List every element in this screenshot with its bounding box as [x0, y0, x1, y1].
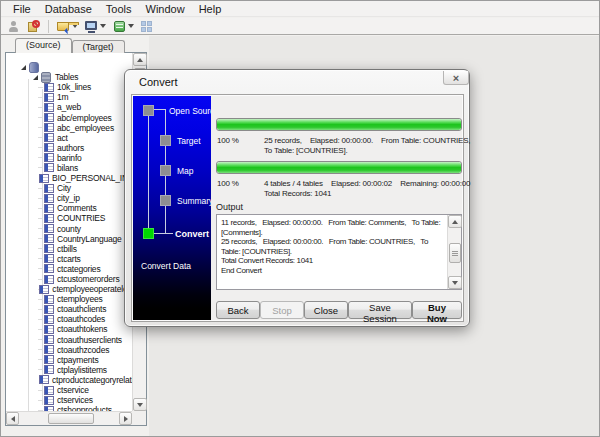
scroll-down-button[interactable] — [133, 398, 147, 411]
tree-stub-line — [38, 309, 43, 310]
step-summary: Summary — [133, 194, 211, 208]
tree-tables-node[interactable]: Tables — [7, 72, 132, 82]
output-scrollbar[interactable] — [447, 215, 461, 289]
open-source-button[interactable] — [55, 19, 80, 34]
table-tree-item[interactable]: county — [7, 224, 132, 234]
tree-horizontal-scrollbar[interactable] — [6, 411, 132, 425]
table-tree-item[interactable]: barinfo — [7, 153, 132, 163]
tree-stub-line — [38, 107, 43, 108]
back-button[interactable]: Back — [216, 301, 260, 319]
table-tree-item[interactable]: ctservice — [7, 385, 132, 395]
table-tree-item[interactable]: City — [7, 183, 132, 193]
table-tree-item[interactable]: 1m — [7, 92, 132, 102]
table-tree-item[interactable]: ctoauthzcodes — [7, 345, 132, 355]
tab-target[interactable]: (Target) — [72, 40, 125, 53]
scrollbar-thumb[interactable] — [449, 243, 461, 263]
expand-arrow-icon[interactable] — [33, 75, 38, 80]
menu-item[interactable]: File — [6, 2, 38, 16]
open-target-button[interactable] — [83, 19, 108, 34]
tree-stub-line — [38, 268, 43, 269]
connect-user-button[interactable] — [5, 19, 22, 34]
source-target-tabs: (Source) (Target) — [15, 38, 125, 53]
table-icon — [44, 264, 54, 273]
close-button[interactable]: Close — [304, 301, 348, 319]
table-icon — [44, 224, 54, 233]
disconnect-button[interactable] — [25, 19, 42, 34]
table-icon — [44, 184, 54, 193]
tree-stub-line — [38, 349, 43, 350]
tree-stub-line — [38, 117, 43, 118]
table-icon — [44, 103, 54, 112]
table-tree-item[interactable]: ctoauthclients — [7, 304, 132, 314]
table-tree-item[interactable]: ctoauthtokens — [7, 324, 132, 334]
menu-item[interactable]: Database — [38, 2, 99, 16]
table-icon — [44, 325, 54, 334]
table-tree-item[interactable]: abc/employees — [7, 112, 132, 122]
tree-stub-line — [38, 258, 43, 259]
table-tree-item[interactable]: ctproductcategoryrelation — [7, 375, 132, 385]
table-tree-item[interactable]: ctemployeeoperatelog — [7, 284, 132, 294]
table-tree-item[interactable]: ctshopproducts — [7, 405, 132, 411]
grid-icon — [141, 20, 154, 33]
tree-stub-line — [38, 359, 43, 360]
menu-item[interactable]: Window — [139, 2, 192, 16]
table-tree-item[interactable]: Comments — [7, 203, 132, 213]
scroll-left-button[interactable] — [6, 412, 19, 425]
convert-button[interactable] — [111, 19, 136, 34]
tables-folder-icon — [41, 72, 51, 83]
tab-source[interactable]: (Source) — [15, 38, 72, 53]
tree-stub-line — [38, 147, 43, 148]
table-icon — [44, 335, 54, 344]
table-tree-item[interactable]: bilans — [7, 163, 132, 173]
menu-item[interactable]: Tools — [99, 2, 139, 16]
output-label: Output — [216, 202, 243, 212]
table-tree-item[interactable]: a_web — [7, 102, 132, 112]
table-icon — [44, 396, 54, 405]
table-tree-item[interactable]: ctoauthcodes — [7, 314, 132, 324]
menu-item[interactable]: Help — [192, 2, 229, 16]
scroll-up-button[interactable] — [448, 215, 462, 228]
scroll-down-button[interactable] — [448, 276, 462, 289]
table-icon — [44, 143, 54, 152]
table-tree-item[interactable]: ctpayments — [7, 355, 132, 365]
table-icon — [44, 163, 54, 172]
grid-view-button[interactable] — [139, 19, 156, 34]
table-tree-item[interactable]: COUNTRIES — [7, 213, 132, 223]
table-tree-item[interactable]: ctcarts — [7, 254, 132, 264]
table-tree-item[interactable]: 10k_lines — [7, 82, 132, 92]
table-tree-item[interactable]: ctcategories — [7, 264, 132, 274]
chevron-down-icon[interactable] — [128, 24, 134, 28]
table-tree-item[interactable]: ctbills — [7, 244, 132, 254]
save-session-button[interactable]: Save Session — [348, 301, 412, 319]
expand-arrow-icon[interactable] — [21, 65, 26, 70]
thumb-grip-icon — [452, 251, 458, 256]
chevron-down-icon[interactable] — [72, 24, 78, 28]
toolbar — [1, 18, 599, 35]
scrollbar-corner — [132, 411, 146, 425]
scrollbar-thumb[interactable] — [48, 413, 94, 424]
table-icon — [44, 275, 54, 284]
tree-stub-line — [38, 329, 43, 330]
dialog-title: Convert — [139, 76, 178, 88]
table-tree-item[interactable]: ctemployees — [7, 294, 132, 304]
stop-button[interactable]: Stop — [260, 301, 304, 319]
table-tree-item[interactable]: ctplaylistitems — [7, 365, 132, 375]
table-tree-item[interactable]: CountryLanguage — [7, 234, 132, 244]
scroll-up-button[interactable] — [133, 53, 147, 66]
table-tree-item[interactable]: abc_employees — [7, 123, 132, 133]
step-node-icon — [143, 228, 154, 239]
chevron-down-icon[interactable] — [100, 24, 106, 28]
buy-now-button[interactable]: Buy Now — [412, 301, 462, 319]
table-icon — [44, 244, 54, 253]
table-tree-item[interactable]: ctservices — [7, 395, 132, 405]
table-tree-item[interactable]: city_ip — [7, 193, 132, 203]
table-tree-item[interactable]: authors — [7, 143, 132, 153]
table-tree-item[interactable]: ctoauthuserclients — [7, 335, 132, 345]
close-icon[interactable]: × — [443, 71, 469, 85]
table-tree-item[interactable]: act — [7, 133, 132, 143]
tree-root-node[interactable] — [7, 62, 132, 72]
scroll-right-button[interactable] — [119, 412, 132, 425]
table-tree-item[interactable]: ctcustomerorders — [7, 274, 132, 284]
table-tree-item[interactable]: BIO_PERSONAL_INF — [7, 173, 132, 183]
step-map: Map — [133, 164, 211, 178]
